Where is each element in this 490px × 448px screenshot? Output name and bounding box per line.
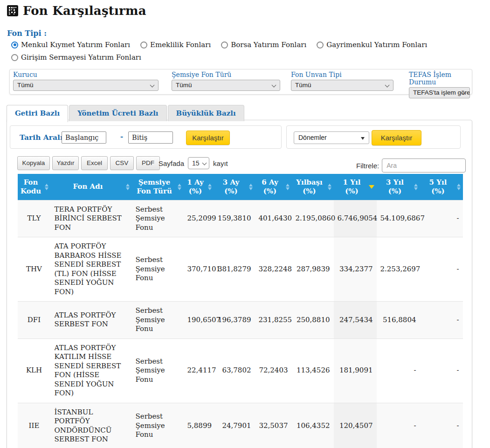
- chevron-down-icon: [150, 83, 155, 88]
- column-header-label: Fon Kodu: [21, 178, 41, 195]
- sort-up-arrow: [328, 184, 331, 186]
- export-button[interactable]: PDF: [136, 156, 160, 170]
- filter-select[interactable]: Tümü: [172, 80, 280, 91]
- table-cell: -: [377, 338, 420, 403]
- compare-button-date[interactable]: Karşılaştır: [186, 131, 230, 145]
- fund-type-radio-option[interactable]: Girişim Sermayesi Yatırım Fonları: [11, 53, 141, 62]
- page-header: Fon Karşılaştırma: [7, 4, 146, 18]
- fund-comparison-page: Fon Karşılaştırma Fon Tipi : Menkul Kıym…: [0, 0, 490, 448]
- column-header[interactable]: 1 Yıl (%): [334, 174, 377, 200]
- sort-up-arrow: [286, 184, 290, 186]
- filter-group: Fon Unvan TipiTümü: [291, 71, 393, 91]
- table-row[interactable]: DFIATLAS PORTFÖY SERBEST FONSerbest Şems…: [18, 302, 463, 339]
- table-cell: ATA PORTFÖY BARBAROS HİSSE SENEDİ SERBES…: [51, 237, 132, 302]
- fund-type-radio-label: Gayrimenkul Yatırım Fonları: [326, 41, 427, 49]
- column-header[interactable]: Fon Kodu: [18, 174, 51, 200]
- page-size-select[interactable]: 15: [188, 157, 209, 169]
- chevron-down-icon: [202, 161, 207, 165]
- filter-select[interactable]: Tümü: [291, 80, 393, 91]
- filter-select[interactable]: TEFAS'ta işlem gören: [409, 87, 470, 98]
- periods-box: Dönemler Karşılaştır: [286, 125, 461, 149]
- column-header-label: 3 Yıl (%): [386, 178, 404, 195]
- table-cell: 370,7101: [184, 237, 214, 302]
- column-header-label: 1 Ay (%): [187, 178, 203, 195]
- column-header[interactable]: 1 Ay (%): [184, 174, 214, 200]
- sort-down-arrow: [369, 185, 374, 189]
- sort-icon: [45, 184, 48, 190]
- filter-group: KurucuTümü: [13, 71, 159, 91]
- fund-type-radio-label: Girişim Sermayesi Yatırım Fonları: [21, 53, 141, 62]
- sort-up-arrow: [208, 184, 212, 186]
- table-cell: 247,5434: [334, 302, 377, 339]
- start-date-input[interactable]: [62, 131, 106, 144]
- filter-select-value: Tümü: [295, 82, 311, 89]
- table-row[interactable]: TLYTERA PORTFÖY BİRİNCİ SERBEST FONSerbe…: [18, 200, 463, 237]
- column-header[interactable]: 3 Yıl (%): [377, 174, 420, 200]
- sort-icon: [208, 184, 212, 190]
- sort-icon: [178, 184, 181, 190]
- table-cell: 24,7901: [214, 403, 255, 448]
- radio-icon: [11, 54, 18, 61]
- export-button-group: KopyalaYazdırExcelCSVPDF: [17, 156, 160, 170]
- fund-type-radio-option[interactable]: Gayrimenkul Yatırım Fonları: [317, 41, 427, 49]
- table-cell: 106,4352: [292, 403, 334, 448]
- column-header[interactable]: Fon Adı: [51, 174, 132, 200]
- end-date-input[interactable]: [128, 131, 173, 144]
- tab-inactive[interactable]: Yönetim Ücreti Bazlı: [69, 105, 166, 121]
- fund-type-radio-option[interactable]: Emeklilik Fonları: [140, 41, 211, 49]
- table-search-input[interactable]: [382, 159, 466, 172]
- table-cell: 22,4117: [184, 338, 214, 403]
- table-cell: 6.746,9054: [334, 200, 377, 237]
- table-cell: 196,3789: [214, 302, 255, 339]
- table-filter-label: Filtrele:: [356, 162, 379, 170]
- radio-icon: [317, 41, 324, 48]
- table-cell: 181,9091: [334, 338, 377, 403]
- date-separator: -: [120, 132, 123, 141]
- fund-type-radio-option[interactable]: Menkul Kıymet Yatırım Fonları: [11, 41, 130, 49]
- periods-select[interactable]: Dönemler: [294, 131, 369, 144]
- filter-select[interactable]: Tümü: [13, 80, 159, 91]
- tab-inactive[interactable]: Büyüklük Bazlı: [168, 105, 244, 121]
- filter-label: Fon Unvan Tipi: [291, 71, 393, 78]
- sort-down-arrow: [457, 187, 461, 190]
- column-header[interactable]: Yılbaşı (%): [292, 174, 334, 200]
- tab-bar: Getiri BazlıYönetim Ücreti BazlıBüyüklük…: [7, 105, 244, 121]
- table-cell: -: [420, 237, 463, 302]
- column-header-label: Şemsiye Fon Türü: [137, 178, 172, 195]
- filter-label: Şemsiye Fon Türü: [172, 71, 280, 78]
- table-row[interactable]: KLHATLAS PORTFÖY KATILIM HİSSE SENEDİ SE…: [18, 338, 463, 403]
- fund-type-radio-label: Emeklilik Fonları: [150, 41, 211, 49]
- caret-down-icon: [361, 137, 365, 140]
- table-row[interactable]: THVATA PORTFÖY BARBAROS HİSSE SENEDİ SER…: [18, 237, 463, 302]
- fund-type-radio-option[interactable]: Borsa Yatırım Fonları: [221, 41, 306, 49]
- column-header[interactable]: 5 Yıl (%): [420, 174, 463, 200]
- table-cell: 2.195,0860: [292, 200, 334, 237]
- table-cell: 190,6507: [184, 302, 214, 339]
- table-row[interactable]: IIEİSTANBUL PORTFÖY ONDÖRDÜNCÜ SERBEST F…: [18, 403, 463, 448]
- table-cell: 54.109,6867: [377, 200, 420, 237]
- export-button[interactable]: Kopyala: [17, 156, 50, 170]
- column-header[interactable]: 3 Ay (%): [214, 174, 255, 200]
- column-header-label: 1 Yıl (%): [343, 178, 361, 195]
- grid-icon: [7, 5, 18, 16]
- column-header-label: 3 Ay (%): [223, 178, 239, 195]
- column-header[interactable]: 6 Ay (%): [255, 174, 292, 200]
- sort-down-arrow: [208, 187, 212, 190]
- export-button[interactable]: Yazdır: [52, 156, 79, 170]
- table-cell: TERA PORTFÖY BİRİNCİ SERBEST FON: [51, 200, 132, 237]
- sort-icon: [126, 184, 130, 190]
- sort-up-arrow: [45, 184, 48, 186]
- column-header-label: 5 Yıl (%): [429, 178, 447, 195]
- export-button[interactable]: Excel: [81, 156, 108, 170]
- sort-down-arrow: [414, 187, 418, 190]
- table-cell: -: [420, 302, 463, 339]
- filter-label: Kurucu: [13, 71, 159, 78]
- table-cell: 5,8899: [184, 403, 214, 448]
- table-cell: İSTANBUL PORTFÖY ONDÖRDÜNCÜ SERBEST FON: [51, 403, 132, 448]
- export-button[interactable]: CSV: [110, 156, 134, 170]
- table-cell: THV: [18, 237, 51, 302]
- tab-active[interactable]: Getiri Bazlı: [7, 105, 68, 122]
- column-header[interactable]: Şemsiye Fon Türü: [132, 174, 184, 200]
- sort-desc-icon: [369, 185, 374, 189]
- compare-button-periods[interactable]: Karşılaştır: [372, 130, 421, 145]
